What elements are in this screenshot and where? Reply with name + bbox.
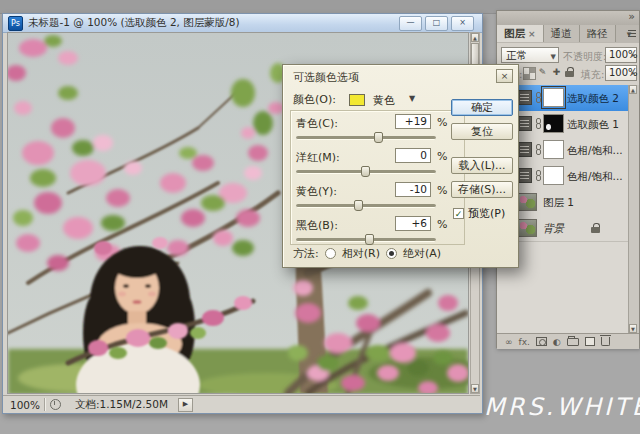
panel-tabs: 图层× 通道 路径 xyxy=(497,25,639,44)
layer-thumbnail[interactable] xyxy=(517,193,537,211)
layer-mask-thumbnail[interactable] xyxy=(543,166,564,185)
layer-style-icon[interactable]: fx. xyxy=(519,335,530,349)
absolute-label[interactable]: 绝对(A) xyxy=(403,246,441,261)
scroll-down-icon[interactable]: ▼ xyxy=(471,384,479,393)
percent-label: % xyxy=(437,116,447,129)
preview-checkbox[interactable]: ✓ xyxy=(453,208,464,219)
method-label: 方法: xyxy=(293,246,319,261)
new-layer-icon[interactable] xyxy=(585,337,595,346)
magenta-value-field[interactable]: 0 xyxy=(395,148,431,163)
lock-position-icon[interactable]: ✚ xyxy=(551,67,562,78)
photoshop-workspace: Ps 未标题-1 @ 100% (选取颜色 2, 图层蒙版/8) — □ × xyxy=(0,0,640,434)
collapse-panel-icon[interactable]: » xyxy=(628,10,635,23)
delete-layer-icon[interactable] xyxy=(601,337,610,346)
yellow-value-field[interactable]: -10 xyxy=(395,182,431,197)
tab-layers[interactable]: 图层× xyxy=(497,25,544,42)
minimize-button[interactable]: — xyxy=(399,16,422,31)
relative-radio[interactable] xyxy=(325,248,336,259)
link-mask-icon[interactable] xyxy=(535,92,542,104)
spinner-icon[interactable]: ▸ xyxy=(631,67,635,80)
chevron-down-icon: ▼ xyxy=(551,50,556,64)
ok-button[interactable]: 确定 xyxy=(451,99,513,116)
layer-thumbnail[interactable] xyxy=(517,219,537,237)
load-button[interactable]: 载入(L)... xyxy=(451,157,513,174)
maximize-button[interactable]: □ xyxy=(425,16,448,31)
scroll-up-icon[interactable]: ▲ xyxy=(629,85,637,94)
cyan-value-field[interactable]: +19 xyxy=(395,114,431,129)
absolute-radio[interactable] xyxy=(386,248,397,259)
document-size-info: 文档:1.15M/2.50M xyxy=(75,398,168,412)
spinner-icon[interactable]: ▸ xyxy=(631,49,635,62)
scroll-down-icon[interactable]: ▼ xyxy=(629,324,637,333)
window-controls: — □ × xyxy=(399,16,474,31)
status-options-button[interactable]: ▶ xyxy=(178,398,193,412)
adjustment-layer-icon[interactable] xyxy=(517,90,532,105)
yellow-label: 黄色(Y): xyxy=(296,184,337,199)
lock-transparency-icon[interactable] xyxy=(523,67,536,80)
blend-mode-select[interactable]: 正常 ▼ xyxy=(501,47,559,63)
layer-mask-thumbnail[interactable] xyxy=(543,88,564,107)
black-value-field[interactable]: +6 xyxy=(395,216,431,231)
magenta-label: 洋红(M): xyxy=(296,150,340,165)
panel-menu-icon[interactable]: ▾ xyxy=(622,28,636,40)
timer-icon xyxy=(50,399,61,410)
color-dropdown[interactable]: 黄色 xyxy=(373,93,395,108)
layer-name[interactable]: 背景 xyxy=(543,222,564,236)
document-titlebar[interactable]: Ps 未标题-1 @ 100% (选取颜色 2, 图层蒙版/8) — □ × xyxy=(3,14,482,33)
status-bar: 100% 文档:1.15M/2.50M ▶ xyxy=(3,395,480,413)
tab-close-icon[interactable]: × xyxy=(528,29,536,39)
link-mask-icon[interactable] xyxy=(535,144,542,156)
scroll-up-icon[interactable]: ▲ xyxy=(471,33,479,42)
layer-mask-thumbnail[interactable] xyxy=(543,140,564,159)
reset-button[interactable]: 复位 xyxy=(451,123,513,140)
tab-paths[interactable]: 路径 xyxy=(580,25,616,42)
layer-name[interactable]: 色相/饱和... xyxy=(567,170,623,184)
layer-name[interactable]: 选取颜色 1 xyxy=(567,118,619,132)
panel-header: » xyxy=(497,11,639,26)
adjustment-layer-icon[interactable] xyxy=(517,168,532,183)
magenta-slider-track[interactable] xyxy=(296,170,436,174)
color-swatch[interactable] xyxy=(349,94,365,106)
chevron-down-icon[interactable]: ▼ xyxy=(409,94,415,103)
black-label: 黑色(B): xyxy=(296,218,338,233)
close-button[interactable]: × xyxy=(451,16,474,31)
layers-scrollbar[interactable]: ▲ ▼ xyxy=(628,85,639,333)
new-group-icon[interactable] xyxy=(567,338,579,346)
slider-thumb-0[interactable] xyxy=(374,132,383,143)
adjustment-layer-icon[interactable] xyxy=(517,116,532,131)
link-mask-icon[interactable] xyxy=(535,118,542,130)
opacity-field[interactable]: 100% ▸ xyxy=(605,47,637,63)
layer-mask-thumbnail[interactable] xyxy=(543,114,564,133)
layer-name[interactable]: 图层 1 xyxy=(543,196,574,210)
color-label: 颜色(O): xyxy=(293,92,336,107)
panel-footer: ∞ fx. ◐ xyxy=(497,333,639,349)
dialog-close-button[interactable]: × xyxy=(496,69,513,83)
dialog-title: 可选颜色选项 xyxy=(293,70,359,85)
layer-name[interactable]: 色相/饱和... xyxy=(567,144,623,158)
zoom-level-field[interactable]: 100% xyxy=(10,399,40,411)
lock-paint-icon[interactable]: ✎ xyxy=(537,67,548,78)
divider xyxy=(44,398,46,411)
percent-label: % xyxy=(437,150,447,163)
fill-label: 填充: xyxy=(581,68,604,82)
document-title: 未标题-1 @ 100% (选取颜色 2, 图层蒙版/8) xyxy=(28,16,240,30)
preview-label: 预览(P) xyxy=(468,206,505,221)
link-mask-icon[interactable] xyxy=(535,170,542,182)
slider-thumb-2[interactable] xyxy=(354,200,363,211)
cyan-slider-track[interactable] xyxy=(296,136,436,140)
opacity-label: 不透明度: xyxy=(563,50,606,64)
add-mask-icon[interactable] xyxy=(536,337,547,346)
slider-thumb-1[interactable] xyxy=(361,166,370,177)
relative-label[interactable]: 相对(R) xyxy=(342,246,380,261)
fill-field[interactable]: 100% ▸ xyxy=(605,65,637,81)
save-button[interactable]: 存储(S)... xyxy=(451,181,513,198)
link-layers-icon[interactable]: ∞ xyxy=(505,335,513,349)
slider-thumb-3[interactable] xyxy=(365,234,374,245)
yellow-slider-track[interactable] xyxy=(296,204,436,208)
method-row: 方法: 相对(R) 绝对(A) xyxy=(293,246,441,261)
tab-channels[interactable]: 通道 xyxy=(544,25,580,42)
adjustment-layer-icon[interactable] xyxy=(517,142,532,157)
layer-name[interactable]: 选取颜色 2 xyxy=(567,92,619,106)
black-slider-track[interactable] xyxy=(296,238,436,242)
adjustment-icon[interactable]: ◐ xyxy=(553,335,561,349)
